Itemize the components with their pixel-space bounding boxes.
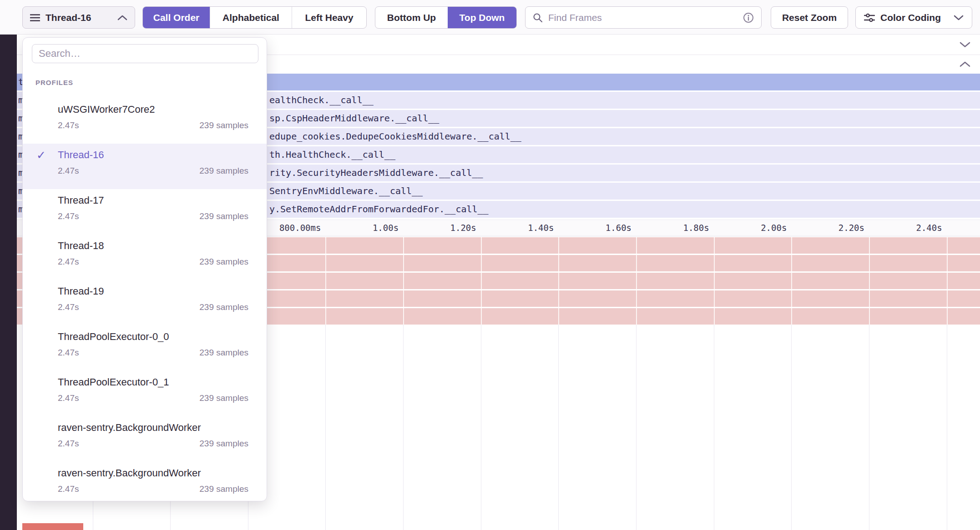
profile-samples: 239 samples — [199, 165, 248, 177]
info-icon[interactable] — [743, 12, 754, 23]
reset-zoom-button[interactable]: Reset Zoom — [771, 6, 848, 29]
profiles-section-label: PROFILES — [35, 79, 73, 86]
sort-mode-tab[interactable]: Alphabetical — [210, 7, 292, 28]
profile-samples: 239 samples — [199, 256, 248, 268]
time-tick-label: 1.80s — [683, 220, 709, 236]
collapse-chevron-down-icon[interactable] — [958, 39, 972, 50]
gridline — [714, 325, 714, 530]
gridline — [869, 325, 869, 530]
profile-samples: 239 samples — [199, 301, 248, 313]
time-tick-label: 2.00s — [761, 220, 787, 236]
sort-mode-tabs: Call OrderAlphabeticalLeft Heavy — [142, 6, 367, 29]
frame-label-fragment: SentryEnvMiddleware.__call__ — [269, 183, 423, 200]
profile-list-item[interactable]: raven-sentry.BackgroundWorker 2.47s 239 … — [23, 462, 267, 501]
profile-list-item[interactable]: Thread-17 2.47s 239 samples — [23, 189, 267, 235]
profile-name: raven-sentry.BackgroundWorker — [58, 466, 248, 480]
direction-tabs: Bottom UpTop Down — [375, 6, 517, 29]
profiler-flamegraph-view: Thread-16 Call OrderAlphabeticalLeft Hea… — [0, 0, 980, 530]
find-frames-input[interactable] — [548, 12, 738, 23]
thread-selector-button[interactable]: Thread-16 — [22, 6, 135, 29]
profile-name: Thread-17 — [58, 194, 248, 207]
find-frames-searchbox — [525, 6, 762, 29]
red-frame-bar[interactable] — [22, 523, 83, 530]
profile-list-item[interactable]: Thread-19 2.47s 239 samples — [23, 280, 267, 325]
gridline — [869, 236, 870, 325]
profiles-list: uWSGIWorker7Core2 2.47s 239 samples Thre… — [23, 98, 267, 501]
profiles-dropdown: PROFILES uWSGIWorker7Core2 2.47s 239 sam… — [22, 37, 267, 501]
frame-label-fragment: y.SetRemoteAddrFromForwardedFor.__call__ — [269, 201, 489, 218]
profile-samples: 239 samples — [199, 438, 248, 450]
color-coding-button[interactable]: Color Coding — [855, 6, 972, 29]
profile-duration: 2.47s — [58, 438, 79, 450]
profile-name: uWSGIWorker7Core2 — [58, 103, 248, 116]
profile-name: ThreadPoolExecutor-0_0 — [58, 330, 248, 344]
gridline — [558, 236, 559, 325]
time-tick-label: 1.20s — [450, 220, 476, 236]
profile-list-item[interactable]: ThreadPoolExecutor-0_1 2.47s 239 samples — [23, 371, 267, 416]
profile-name: ThreadPoolExecutor-0_1 — [58, 375, 248, 389]
sliders-icon — [864, 13, 875, 22]
profile-duration: 2.47s — [58, 347, 79, 359]
gridline — [481, 236, 482, 325]
gridline — [714, 236, 715, 325]
profile-samples: 239 samples — [199, 347, 248, 359]
profile-duration: 2.47s — [58, 256, 79, 268]
thread-selector-label: Thread-16 — [45, 12, 91, 23]
gridline — [636, 325, 636, 530]
profile-name: Thread-19 — [58, 285, 248, 298]
chevron-up-icon — [117, 15, 127, 20]
frame-label-fragment: rity.SecurityHeadersMiddleware.__call__ — [269, 165, 483, 181]
profile-list-item[interactable]: raven-sentry.BackgroundWorker 2.47s 239 … — [23, 416, 267, 462]
profiles-search-input[interactable] — [32, 44, 258, 63]
gridline — [403, 325, 404, 530]
gridline — [403, 236, 404, 325]
frame-label-fragment: ealthCheck.__call__ — [269, 92, 374, 109]
profile-samples: 239 samples — [199, 120, 248, 131]
time-tick-label: 2.20s — [839, 220, 864, 236]
direction-tab[interactable]: Top Down — [448, 7, 516, 28]
gridline — [791, 325, 792, 530]
profile-duration: 2.47s — [58, 120, 79, 131]
check-icon — [36, 148, 46, 162]
frame-label-fragment: edupe_cookies.DedupeCookiesMiddleware.__… — [269, 128, 521, 145]
time-tick-label: 1.40s — [528, 220, 554, 236]
gridline — [947, 236, 948, 325]
profile-duration: 2.47s — [58, 301, 79, 313]
profile-samples: 239 samples — [199, 392, 248, 404]
time-tick-label: 1.60s — [606, 220, 631, 236]
gridline — [558, 325, 559, 530]
chevron-down-icon — [954, 15, 964, 20]
sort-mode-tab[interactable]: Call Order — [143, 7, 210, 28]
frame-label-fragment: th.HealthCheck.__call__ — [269, 146, 395, 163]
sort-mode-tab[interactable]: Left Heavy — [292, 7, 366, 28]
frame-label-fragment: sp.CspHeaderMiddleware.__call__ — [269, 110, 439, 127]
profile-name: raven-sentry.BackgroundWorker — [58, 421, 248, 435]
flamegraph-toolbar: Thread-16 Call OrderAlphabeticalLeft Hea… — [0, 0, 980, 35]
gridline — [947, 325, 947, 530]
list-icon — [30, 14, 40, 22]
gridline — [791, 236, 792, 325]
profile-list-item[interactable]: uWSGIWorker7Core2 2.47s 239 samples — [23, 98, 267, 144]
profile-list-item[interactable]: ThreadPoolExecutor-0_0 2.47s 239 samples — [23, 325, 267, 371]
profile-duration: 2.47s — [58, 483, 79, 495]
profile-duration: 2.47s — [58, 165, 79, 177]
profile-list-item[interactable]: Thread-18 2.47s 239 samples — [23, 235, 267, 280]
profile-name: Thread-18 — [58, 239, 248, 253]
profile-duration: 2.47s — [58, 210, 79, 222]
gridline — [481, 325, 481, 530]
profile-name: Thread-16 — [58, 148, 248, 162]
reset-zoom-label: Reset Zoom — [782, 12, 837, 23]
time-tick-label: 800.00ms — [279, 220, 321, 236]
collapse-chevron-up-icon[interactable] — [958, 59, 972, 70]
profile-list-item[interactable]: Thread-16 2.47s 239 samples — [23, 144, 267, 189]
profile-duration: 2.47s — [58, 392, 79, 404]
direction-tab[interactable]: Bottom Up — [375, 7, 448, 28]
gridline — [636, 236, 637, 325]
search-icon — [533, 13, 543, 23]
profile-samples: 239 samples — [199, 210, 248, 222]
gridline — [325, 236, 326, 325]
color-coding-label: Color Coding — [880, 12, 941, 23]
gridline — [325, 325, 326, 530]
app-sidebar-edge — [0, 35, 17, 530]
profile-samples: 239 samples — [199, 483, 248, 495]
